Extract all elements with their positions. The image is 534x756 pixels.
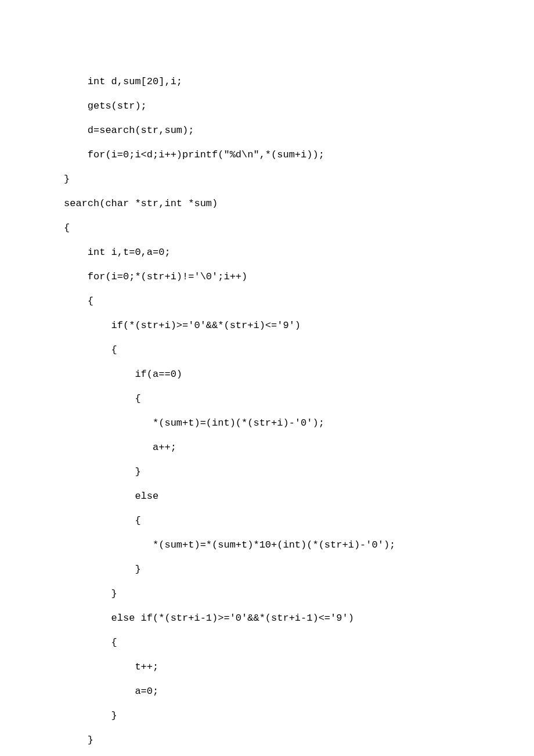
code-page: int d,sum[20],i; gets(str); d=search(str… [0,0,534,756]
code-block: int d,sum[20],i; gets(str); d=search(str… [64,76,395,756]
